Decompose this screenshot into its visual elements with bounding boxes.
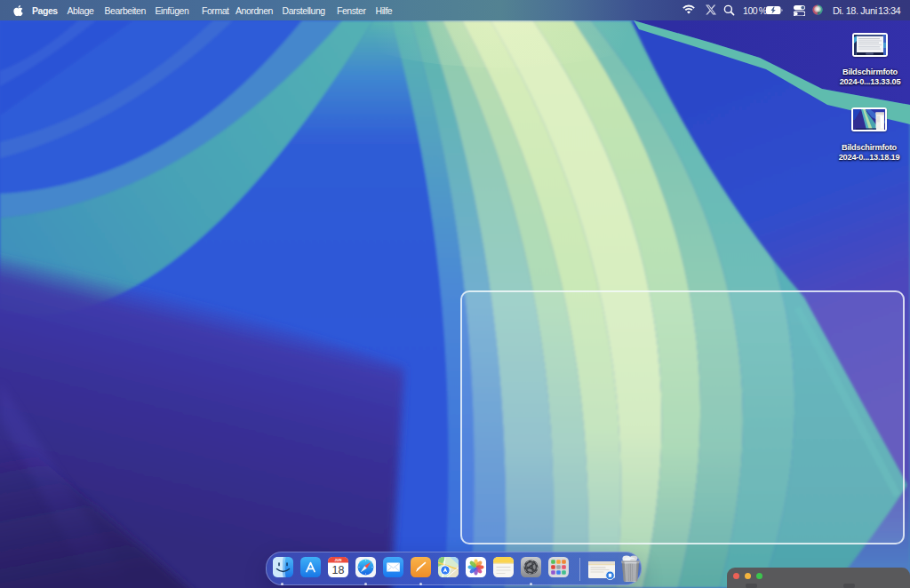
svg-text:18: 18 [331, 564, 344, 576]
svg-text:JUN: JUN [334, 558, 341, 562]
